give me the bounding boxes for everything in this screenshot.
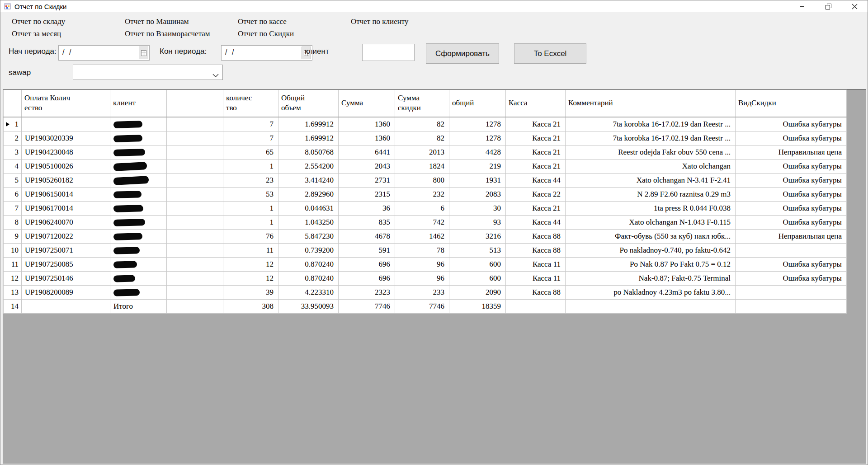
cell-vid[interactable]: Ошибка кубатуры — [736, 131, 847, 145]
cell-pay[interactable]: UP1903020339 — [22, 131, 110, 145]
cell-disc[interactable]: 2013 — [395, 145, 449, 159]
cell-sum[interactable]: 36 — [339, 201, 395, 215]
cell-sum[interactable]: 2323 — [339, 285, 395, 299]
cell-kassa[interactable]: Касса 44 — [506, 173, 566, 187]
cell-disc[interactable]: 82 — [395, 131, 449, 145]
cell-extra[interactable] — [167, 215, 223, 229]
cell-kassa[interactable]: Касса 22 — [506, 187, 566, 201]
row-header[interactable]: 7 — [4, 201, 22, 215]
cell-sum[interactable]: 1360 — [339, 117, 395, 132]
cell-client[interactable] — [110, 131, 167, 145]
cell-qty[interactable]: 23 — [223, 173, 278, 187]
excel-button[interactable]: To Ecxcel — [514, 43, 586, 64]
cell-total[interactable]: 18359 — [449, 299, 506, 313]
cell-qty[interactable]: 7 — [223, 131, 278, 145]
cell-client[interactable] — [110, 285, 167, 299]
cell-sum[interactable]: 2043 — [339, 159, 395, 173]
cell-comment[interactable]: Xato olchangan N-3.41 F-2.41 — [566, 173, 736, 187]
cell-kassa[interactable]: Касса 21 — [506, 145, 566, 159]
cell-client[interactable] — [110, 159, 167, 173]
cell-client[interactable]: Итого — [110, 299, 167, 313]
cell-extra[interactable] — [167, 173, 223, 187]
menu-report-warehouse[interactable]: Отчет по складу — [12, 17, 125, 26]
end-period-datepicker[interactable]: / / — [221, 45, 312, 61]
cell-total[interactable]: 2083 — [449, 187, 506, 201]
cell-vol[interactable]: 1.699912 — [278, 117, 339, 132]
cell-vol[interactable]: 0.044631 — [278, 201, 339, 215]
cell-qty[interactable]: 1 — [223, 159, 278, 173]
row-header[interactable]: 4 — [4, 159, 22, 173]
cell-disc[interactable]: 1462 — [395, 229, 449, 243]
cell-total[interactable]: 219 — [449, 159, 506, 173]
cell-qty[interactable]: 65 — [223, 145, 278, 159]
cell-vid[interactable]: Ошибка кубатуры — [736, 257, 847, 271]
cell-total[interactable]: 1931 — [449, 173, 506, 187]
client-input[interactable] — [362, 44, 415, 61]
column-header-client[interactable]: клиент — [110, 90, 167, 117]
cell-qty[interactable]: 308 — [223, 299, 278, 313]
cell-vol[interactable]: 2.554200 — [278, 159, 339, 173]
cell-sum[interactable]: 696 — [339, 257, 395, 271]
cell-qty[interactable]: 11 — [223, 243, 278, 257]
cell-kassa[interactable] — [506, 299, 566, 313]
cell-total[interactable]: 4428 — [449, 145, 506, 159]
cell-pay[interactable]: UP1907250146 — [22, 271, 110, 285]
cell-comment[interactable]: 7ta korobka 16-17.02.19 dan Reestr ... — [566, 131, 736, 145]
cell-vol[interactable]: 8.050768 — [278, 145, 339, 159]
cell-pay[interactable]: UP1908200089 — [22, 285, 110, 299]
cell-kassa[interactable]: Касса 21 — [506, 201, 566, 215]
cell-total[interactable]: 2090 — [449, 285, 506, 299]
cell-disc[interactable]: 96 — [395, 257, 449, 271]
cell-sum[interactable]: 2731 — [339, 173, 395, 187]
cell-extra[interactable] — [167, 187, 223, 201]
cell-kassa[interactable]: Касса 88 — [506, 243, 566, 257]
cell-vid[interactable]: Неправильная цена — [736, 145, 847, 159]
cell-comment[interactable]: Po nakladnoy-0.740, po faktu-0.642 — [566, 243, 736, 257]
row-header[interactable]: 14 — [4, 299, 22, 313]
row-header[interactable]: 2 — [4, 131, 22, 145]
cell-qty[interactable]: 12 — [223, 271, 278, 285]
cell-total[interactable]: 600 — [449, 271, 506, 285]
cell-pay[interactable]: UP1903020335 — [22, 117, 110, 132]
cell-vid[interactable] — [736, 285, 847, 299]
cell-sum[interactable]: 6441 — [339, 145, 395, 159]
column-header-vol[interactable]: Общий объем — [278, 90, 339, 117]
cell-pay[interactable]: UP1906170014 — [22, 201, 110, 215]
menu-report-machines[interactable]: Отчет по Машинам — [125, 17, 238, 26]
cell-vid[interactable]: Ошибка кубатуры — [736, 117, 847, 132]
menu-report-settlements[interactable]: Отчет по Взаиморасчетам — [125, 29, 238, 38]
cell-pay[interactable]: UP1907120022 — [22, 229, 110, 243]
cell-client[interactable] — [110, 271, 167, 285]
cell-qty[interactable]: 7 — [223, 117, 278, 132]
row-header[interactable]: 9 — [4, 229, 22, 243]
cell-vid[interactable]: Ошибка кубатуры — [736, 187, 847, 201]
column-header-qty[interactable]: количес тво — [223, 90, 278, 117]
column-header-vid[interactable]: ВидСкидки — [736, 90, 847, 117]
cell-disc[interactable]: 7746 — [395, 299, 449, 313]
cell-client[interactable] — [110, 201, 167, 215]
cell-extra[interactable] — [167, 131, 223, 145]
cell-client[interactable] — [110, 243, 167, 257]
row-header[interactable]: 8 — [4, 215, 22, 229]
cell-vol[interactable]: 1.699912 — [278, 131, 339, 145]
column-header-comment[interactable]: Комментарий — [566, 90, 736, 117]
row-header[interactable]: 6 — [4, 187, 22, 201]
cell-total[interactable]: 1278 — [449, 131, 506, 145]
cell-client[interactable] — [110, 117, 167, 132]
cell-kassa[interactable]: Касса 21 — [506, 117, 566, 132]
cell-pay[interactable]: UP1904230048 — [22, 145, 110, 159]
cell-qty[interactable]: 39 — [223, 285, 278, 299]
row-header[interactable]: 3 — [4, 145, 22, 159]
column-header-total[interactable]: общий — [449, 90, 506, 117]
column-header-extra[interactable] — [167, 90, 223, 117]
cell-client[interactable] — [110, 257, 167, 271]
minimize-button[interactable] — [789, 0, 815, 12]
cell-vid[interactable]: Ошибка кубатуры — [736, 201, 847, 215]
cell-vid[interactable]: Ошибка кубатуры — [736, 215, 847, 229]
cell-total[interactable]: 93 — [449, 215, 506, 229]
row-header[interactable]: 13 — [4, 285, 22, 299]
cell-sum[interactable]: 7746 — [339, 299, 395, 313]
cell-comment[interactable]: 7ta korobka 16-17.02.19 dan Reestr ... — [566, 117, 736, 132]
cell-pay[interactable] — [22, 299, 110, 313]
column-header-rownum[interactable] — [4, 90, 22, 117]
